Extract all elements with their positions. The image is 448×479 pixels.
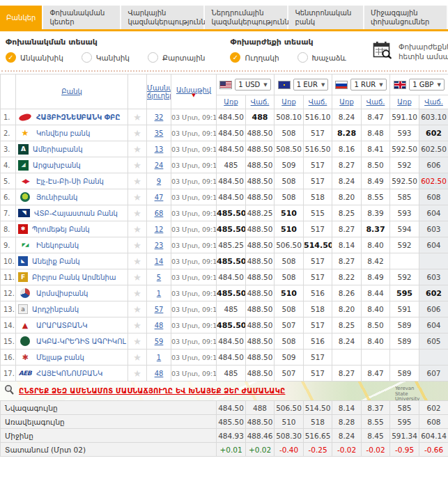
- nearest-branch-link[interactable]: ԸՆՏՐԵՔ ՁԵԶ ԱՄԵՆԱՄՈՏ ՄԱՍՆԱՃՅՈՒՂԸ ԵՎ ԽՆԱՅԵ…: [19, 387, 285, 395]
- favorite-star-icon[interactable]: ★: [133, 160, 141, 171]
- currency-select[interactable]: 1 GBP▼: [409, 79, 445, 91]
- rate-type-option[interactable]: Խաչաձև: [298, 52, 346, 63]
- tab-item[interactable]: Միջազգային փոխանցումներ: [364, 6, 448, 29]
- favorite-star-icon[interactable]: ★: [133, 352, 141, 363]
- exchange-type-option[interactable]: ✓Անկանխիկ: [6, 52, 63, 63]
- radio-unchecked-icon[interactable]: [82, 52, 92, 63]
- buy-sort-link[interactable]: Առք: [224, 98, 238, 106]
- bank-link[interactable]: Յունիբանկ: [36, 194, 77, 201]
- favorite-star-icon[interactable]: ★: [133, 320, 141, 331]
- summary-value: +0.02: [246, 443, 275, 457]
- bank-link[interactable]: Բիբլոս Բանկ Արմենիա: [32, 274, 116, 281]
- favorite-star-icon[interactable]: ★: [133, 224, 141, 235]
- currency-select[interactable]: 1 RUR▼: [350, 79, 386, 91]
- tab-item[interactable]: Փոխանակման կետեր: [43, 6, 121, 29]
- bank-link[interactable]: ԱՐԱՐԱՏԲԱՆԿ: [36, 322, 88, 329]
- branches-count-link[interactable]: 47: [155, 194, 164, 201]
- favorite-cell: ★: [128, 237, 147, 253]
- rate-value: 602: [419, 125, 448, 141]
- radio-unchecked-icon[interactable]: [298, 52, 308, 63]
- branches-count-link[interactable]: 12: [155, 226, 164, 233]
- bank-link[interactable]: Մելլաթ բանկ: [36, 354, 84, 361]
- bank-row: 1.ՀԱՅԲԻԶՆԵՍԲԱՆԿ ՓԲԸ★3203 Մրտ, 09:15484.5…: [1, 109, 448, 125]
- branches-count-link[interactable]: 24: [155, 162, 164, 169]
- bank-link[interactable]: Պրոմեթեյ Բանկ: [32, 226, 90, 233]
- summary-value: 484.50: [217, 401, 246, 415]
- bank-link[interactable]: Ինեկոբանկ: [36, 242, 79, 249]
- araratbank-logo: ▲: [18, 320, 32, 331]
- tab-item[interactable]: Վարկային կազմակերպություններ: [121, 6, 205, 29]
- exchange-type-option[interactable]: Քարտային: [148, 52, 205, 63]
- favorite-star-icon[interactable]: ★: [133, 272, 141, 283]
- dotted-divider: [1, 70, 447, 72]
- sell-sort-link[interactable]: Վաճ.: [366, 98, 385, 106]
- favorite-star-icon[interactable]: ★: [133, 336, 141, 347]
- buy-sort-link[interactable]: Առք: [397, 98, 412, 106]
- favorite-star-icon[interactable]: ★: [133, 304, 141, 315]
- favorite-star-icon[interactable]: ★: [133, 192, 141, 203]
- radio-checked-icon[interactable]: ✓: [6, 52, 16, 63]
- branches-sort-link[interactable]: Մասնաճյուղեր: [147, 84, 171, 100]
- branches-count-link[interactable]: 48: [155, 370, 164, 377]
- bank-link[interactable]: ՀԱՅԲԻԶՆԵՍԲԱՆԿ ՓԲԸ: [36, 113, 121, 121]
- bank-link[interactable]: ՎՏԲ-Հայաստան Բանկ: [34, 210, 118, 217]
- bank-sort-link[interactable]: Բանկ: [61, 88, 82, 95]
- rate-value: 8.28: [332, 125, 362, 141]
- bank-link[interactable]: Ամերիաբանկ: [33, 146, 83, 153]
- tab-banks-active[interactable]: Բանկեր: [0, 6, 43, 29]
- bank-link[interactable]: Էյչ-Էս-Բի-Սի Բանկ: [36, 178, 104, 185]
- tab-item[interactable]: Ներդրումային կազմակերպություններ: [205, 6, 288, 29]
- sell-sort-link[interactable]: Վաճ.: [424, 98, 443, 106]
- summary-value: 506.50: [275, 401, 304, 415]
- branches-count-link[interactable]: 1: [157, 290, 161, 297]
- archive-rates-control[interactable]: Փոխարժեքները հետին ամսաթվով: [370, 38, 448, 65]
- buy-sort-link[interactable]: Առք: [339, 98, 354, 106]
- rate-value: 517: [304, 221, 332, 237]
- branches-count-link[interactable]: 57: [155, 306, 164, 313]
- currency-column-header: 1 GBP▼: [390, 74, 448, 95]
- bank-link[interactable]: ՀԱՅԷԿՈՆՈՄԲԱՆԿ: [36, 370, 102, 377]
- favorite-star-icon[interactable]: ★: [133, 128, 141, 139]
- bank-link[interactable]: Արցախբանկ: [33, 162, 81, 169]
- exchange-type-option[interactable]: Կանխիկ: [82, 52, 130, 63]
- branches-count-link[interactable]: 48: [155, 322, 164, 329]
- bank-link[interactable]: Արդշինբանկ: [32, 306, 79, 313]
- favorite-star-icon[interactable]: ★: [133, 208, 141, 219]
- buy-sort-link[interactable]: Առք: [281, 98, 296, 106]
- branches-count-link[interactable]: 68: [155, 210, 164, 217]
- bank-row: 6.Յունիբանկ★4703 Մրտ, 09:15484.50488.505…: [1, 189, 448, 205]
- branches-count-link[interactable]: 13: [155, 146, 164, 153]
- bank-row: 17.AEBՀԱՅԷԿՈՆՈՄԲԱՆԿ★4803 Մրտ, 09:1548548…: [1, 366, 448, 382]
- branches-count-link[interactable]: 59: [155, 338, 164, 345]
- favorite-star-icon[interactable]: ★: [133, 112, 141, 123]
- currency-column-header: 1 EUR▼: [275, 74, 332, 95]
- sell-sort-link[interactable]: Վաճ.: [251, 98, 270, 106]
- bank-link[interactable]: Անելիք Բանկ: [32, 258, 80, 265]
- radio-checked-icon[interactable]: ✓: [230, 52, 240, 63]
- favorite-star-icon[interactable]: ★: [133, 176, 141, 187]
- bank-link[interactable]: Կոնվերս բանկ: [36, 129, 90, 137]
- branches-count-link[interactable]: 14: [155, 258, 164, 265]
- currency-select[interactable]: 1 EUR▼: [293, 79, 329, 91]
- favorite-star-icon[interactable]: ★: [133, 256, 141, 267]
- favorite-star-icon[interactable]: ★: [133, 240, 141, 251]
- branches-count-link[interactable]: 32: [155, 113, 164, 121]
- rate-type-option[interactable]: ✓Ուղղակի: [230, 52, 279, 63]
- branches-count-link[interactable]: 9: [157, 178, 161, 185]
- branches-count-link[interactable]: 1: [157, 354, 161, 361]
- buy-column-header: Առք: [275, 95, 304, 109]
- currency-select[interactable]: 1 USD▼: [235, 79, 270, 91]
- sell-sort-link[interactable]: Վաճ.: [309, 98, 327, 106]
- branches-count-link[interactable]: 5: [157, 274, 161, 281]
- rate-value: 585: [390, 189, 419, 205]
- radio-unchecked-icon[interactable]: [148, 52, 158, 63]
- favorite-star-icon[interactable]: ★: [133, 368, 141, 379]
- bank-link[interactable]: ԱԿԲԱ-ԿՐԵԴԻՏ ԱԳՐԻԿՈԼ ...: [36, 338, 128, 345]
- tab-item[interactable]: Կենտրոնական բանկ: [288, 6, 364, 29]
- branch-map-strip[interactable]: ԸՆՏՐԵՔ ՁԵԶ ԱՄԵՆԱՄՈՏ ՄԱՍՆԱՃՅՈՒՂԸ ԵՎ ԽՆԱՅԵ…: [0, 382, 448, 400]
- favorite-star-icon[interactable]: ★: [133, 288, 141, 299]
- branches-count-link[interactable]: 23: [155, 242, 164, 249]
- favorite-star-icon[interactable]: ★: [133, 144, 141, 155]
- bank-link[interactable]: Արմսվիսբանկ: [36, 290, 88, 297]
- branches-count-link[interactable]: 35: [155, 129, 164, 137]
